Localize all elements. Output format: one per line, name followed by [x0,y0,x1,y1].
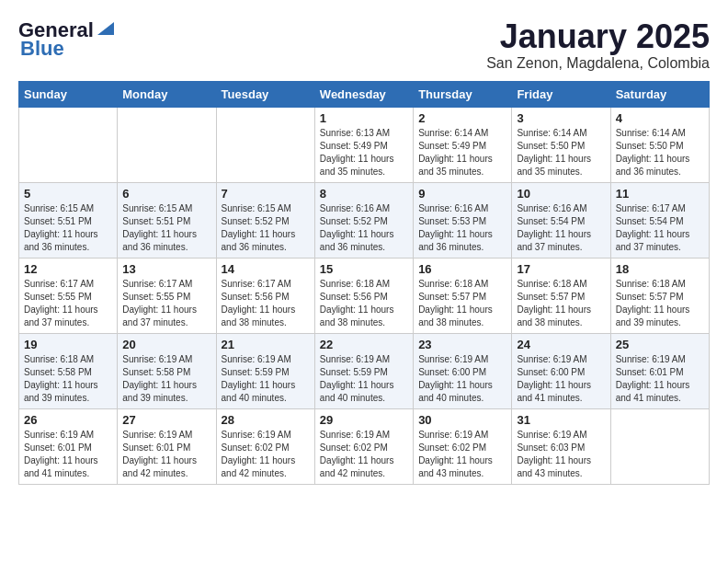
day-number: 31 [517,413,605,427]
calendar-cell: 1Sunrise: 6:13 AM Sunset: 5:49 PM Daylig… [314,107,413,182]
weekday-header-row: SundayMondayTuesdayWednesdayThursdayFrid… [19,81,710,107]
calendar-cell [118,107,216,182]
calendar-cell: 21Sunrise: 6:19 AM Sunset: 5:59 PM Dayli… [216,333,314,408]
calendar-cell: 24Sunrise: 6:19 AM Sunset: 6:00 PM Dayli… [512,333,610,408]
calendar-week-row: 19Sunrise: 6:18 AM Sunset: 5:58 PM Dayli… [19,333,710,408]
calendar-cell: 13Sunrise: 6:17 AM Sunset: 5:55 PM Dayli… [118,258,216,333]
day-number: 28 [222,413,310,427]
day-number: 4 [616,111,704,125]
calendar-week-row: 26Sunrise: 6:19 AM Sunset: 6:01 PM Dayli… [19,408,710,484]
calendar-cell: 12Sunrise: 6:17 AM Sunset: 5:55 PM Dayli… [19,258,118,333]
day-number: 7 [222,187,310,201]
day-number: 17 [517,262,605,276]
weekday-header-monday: Monday [118,81,216,107]
weekday-header-saturday: Saturday [610,81,709,107]
day-info: Sunrise: 6:15 AM Sunset: 5:52 PM Dayligh… [222,202,310,254]
calendar-cell [216,107,314,182]
day-info: Sunrise: 6:15 AM Sunset: 5:51 PM Dayligh… [122,202,210,254]
day-number: 16 [418,262,506,276]
day-number: 24 [517,338,605,351]
day-info: Sunrise: 6:19 AM Sunset: 6:00 PM Dayligh… [418,353,506,405]
day-info: Sunrise: 6:19 AM Sunset: 5:59 PM Dayligh… [222,353,310,405]
day-info: Sunrise: 6:16 AM Sunset: 5:52 PM Dayligh… [320,202,408,254]
calendar-cell: 5Sunrise: 6:15 AM Sunset: 5:51 PM Daylig… [19,182,118,258]
day-number: 10 [517,187,605,201]
day-info: Sunrise: 6:15 AM Sunset: 5:51 PM Dayligh… [24,202,112,254]
day-number: 1 [320,111,408,125]
calendar-cell: 10Sunrise: 6:16 AM Sunset: 5:54 PM Dayli… [512,182,610,258]
calendar-cell: 30Sunrise: 6:19 AM Sunset: 6:02 PM Dayli… [414,408,512,484]
day-number: 27 [122,413,210,427]
day-info: Sunrise: 6:14 AM Sunset: 5:50 PM Dayligh… [616,127,704,178]
day-info: Sunrise: 6:18 AM Sunset: 5:56 PM Dayligh… [320,278,408,329]
calendar-cell: 26Sunrise: 6:19 AM Sunset: 6:01 PM Dayli… [19,408,118,484]
day-info: Sunrise: 6:18 AM Sunset: 5:57 PM Dayligh… [418,278,506,329]
month-title: January 2025 [486,18,710,55]
calendar-cell: 11Sunrise: 6:17 AM Sunset: 5:54 PM Dayli… [610,182,709,258]
subtitle: San Zenon, Magdalena, Colombia [486,55,710,72]
day-number: 25 [616,338,704,351]
day-number: 26 [24,413,112,427]
day-number: 19 [24,338,112,351]
calendar-cell [610,408,709,484]
day-number: 18 [616,262,704,276]
calendar-cell: 8Sunrise: 6:16 AM Sunset: 5:52 PM Daylig… [314,182,413,258]
calendar-cell: 3Sunrise: 6:14 AM Sunset: 5:50 PM Daylig… [512,107,610,182]
day-number: 3 [517,111,605,125]
day-number: 22 [320,338,408,351]
day-info: Sunrise: 6:18 AM Sunset: 5:57 PM Dayligh… [616,278,704,329]
day-number: 5 [24,187,112,201]
day-info: Sunrise: 6:18 AM Sunset: 5:57 PM Dayligh… [517,278,605,329]
calendar-cell: 28Sunrise: 6:19 AM Sunset: 6:02 PM Dayli… [216,408,314,484]
day-info: Sunrise: 6:19 AM Sunset: 6:01 PM Dayligh… [616,353,704,405]
page-header: General Blue January 2025 San Zenon, Mag… [18,18,710,72]
day-number: 30 [418,413,506,427]
logo: General Blue [18,18,116,61]
day-info: Sunrise: 6:19 AM Sunset: 5:58 PM Dayligh… [122,353,210,405]
calendar-cell: 19Sunrise: 6:18 AM Sunset: 5:58 PM Dayli… [19,333,118,408]
calendar-cell: 15Sunrise: 6:18 AM Sunset: 5:56 PM Dayli… [314,258,413,333]
calendar-cell: 4Sunrise: 6:14 AM Sunset: 5:50 PM Daylig… [610,107,709,182]
day-number: 11 [616,187,704,201]
day-info: Sunrise: 6:17 AM Sunset: 5:55 PM Dayligh… [24,278,112,329]
calendar-cell: 2Sunrise: 6:14 AM Sunset: 5:49 PM Daylig… [414,107,512,182]
day-info: Sunrise: 6:13 AM Sunset: 5:49 PM Dayligh… [320,127,408,178]
day-info: Sunrise: 6:14 AM Sunset: 5:49 PM Dayligh… [418,127,506,178]
calendar-cell: 9Sunrise: 6:16 AM Sunset: 5:53 PM Daylig… [414,182,512,258]
calendar-cell: 18Sunrise: 6:18 AM Sunset: 5:57 PM Dayli… [610,258,709,333]
calendar-week-row: 5Sunrise: 6:15 AM Sunset: 5:51 PM Daylig… [19,182,710,258]
calendar-cell: 6Sunrise: 6:15 AM Sunset: 5:51 PM Daylig… [118,182,216,258]
logo-bird-icon [96,18,116,39]
weekday-header-sunday: Sunday [19,81,118,107]
weekday-header-tuesday: Tuesday [216,81,314,107]
calendar-cell: 29Sunrise: 6:19 AM Sunset: 6:02 PM Dayli… [314,408,413,484]
day-number: 21 [222,338,310,351]
day-info: Sunrise: 6:16 AM Sunset: 5:54 PM Dayligh… [517,202,605,254]
calendar-week-row: 1Sunrise: 6:13 AM Sunset: 5:49 PM Daylig… [19,107,710,182]
title-area: January 2025 San Zenon, Magdalena, Colom… [486,18,710,72]
day-info: Sunrise: 6:19 AM Sunset: 6:02 PM Dayligh… [320,429,408,480]
day-info: Sunrise: 6:16 AM Sunset: 5:53 PM Dayligh… [418,202,506,254]
day-info: Sunrise: 6:17 AM Sunset: 5:55 PM Dayligh… [122,278,210,329]
calendar-cell: 17Sunrise: 6:18 AM Sunset: 5:57 PM Dayli… [512,258,610,333]
day-number: 15 [320,262,408,276]
weekday-header-friday: Friday [512,81,610,107]
calendar-cell: 16Sunrise: 6:18 AM Sunset: 5:57 PM Dayli… [414,258,512,333]
day-number: 29 [320,413,408,427]
day-info: Sunrise: 6:19 AM Sunset: 6:02 PM Dayligh… [222,429,310,480]
calendar-cell: 20Sunrise: 6:19 AM Sunset: 5:58 PM Dayli… [118,333,216,408]
calendar-cell: 22Sunrise: 6:19 AM Sunset: 5:59 PM Dayli… [314,333,413,408]
day-number: 9 [418,187,506,201]
day-number: 2 [418,111,506,125]
day-info: Sunrise: 6:18 AM Sunset: 5:58 PM Dayligh… [24,353,112,405]
day-info: Sunrise: 6:14 AM Sunset: 5:50 PM Dayligh… [517,127,605,178]
day-number: 20 [122,338,210,351]
calendar-cell: 27Sunrise: 6:19 AM Sunset: 6:01 PM Dayli… [118,408,216,484]
day-number: 13 [122,262,210,276]
weekday-header-thursday: Thursday [414,81,512,107]
day-info: Sunrise: 6:19 AM Sunset: 6:01 PM Dayligh… [24,429,112,480]
calendar-table: SundayMondayTuesdayWednesdayThursdayFrid… [18,81,710,485]
calendar-week-row: 12Sunrise: 6:17 AM Sunset: 5:55 PM Dayli… [19,258,710,333]
calendar-cell: 7Sunrise: 6:15 AM Sunset: 5:52 PM Daylig… [216,182,314,258]
day-number: 23 [418,338,506,351]
